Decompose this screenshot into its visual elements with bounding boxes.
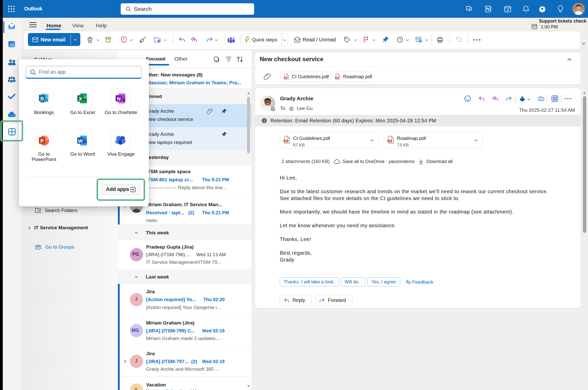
svg-text:X: X bbox=[79, 96, 82, 102]
svg-text:N: N bbox=[117, 96, 120, 102]
svg-text:B: B bbox=[40, 96, 44, 101]
svg-text:P: P bbox=[40, 138, 44, 144]
svg-text:W: W bbox=[78, 138, 83, 144]
